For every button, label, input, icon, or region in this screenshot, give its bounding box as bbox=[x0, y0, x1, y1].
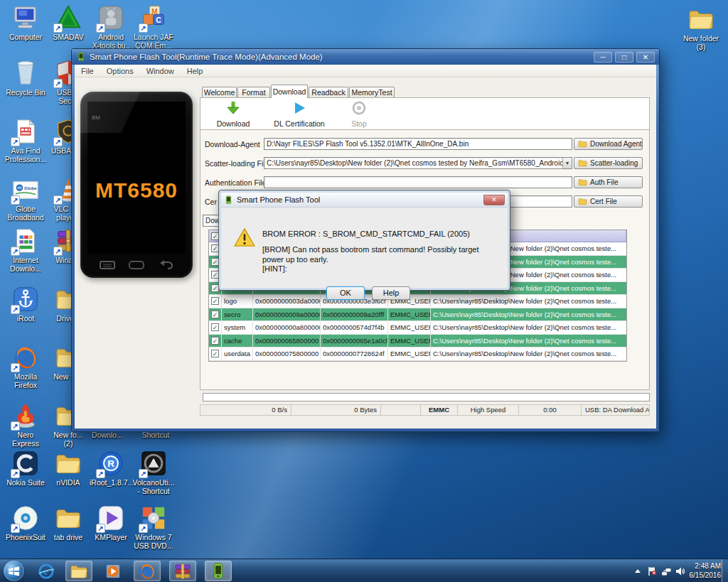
progress-bar bbox=[203, 393, 650, 402]
icon-label: nVIDIA bbox=[47, 478, 90, 487]
help-button[interactable]: Help bbox=[372, 286, 410, 300]
desktop-icon-mozilla-firefox[interactable]: ↗Mozilla Firefox bbox=[4, 344, 47, 390]
dl-certification-toolbar-button[interactable]: DL Certification bbox=[271, 100, 328, 128]
firefox-icon bbox=[138, 562, 156, 581]
cert-file-button[interactable]: Cert File bbox=[574, 195, 643, 208]
cell-end-address: 0x0000000009a20fff bbox=[321, 308, 388, 321]
tab-welcome[interactable]: Welcome bbox=[202, 87, 237, 98]
dialog-close-button[interactable]: ✕ bbox=[483, 195, 505, 205]
desktop-icon-ava-find[interactable]: ↗Ava Find Profession... bbox=[4, 118, 47, 164]
taskbar-item-winrar[interactable] bbox=[169, 561, 196, 581]
taskbar-item-sp-flash-tool[interactable] bbox=[205, 561, 232, 581]
winrar-icon bbox=[173, 562, 192, 581]
action-center-flag-icon[interactable] bbox=[647, 566, 657, 576]
dialog-titlebar[interactable]: Smart Phone Flash Tool ✕ bbox=[221, 193, 508, 208]
desktop-icon-phoenixsuit[interactable]: ↗PhoenixSuit bbox=[4, 505, 47, 541]
ok-button[interactable]: OK bbox=[326, 286, 365, 300]
start-button[interactable] bbox=[4, 561, 24, 581]
cell-begin-address: 0x000000000a800000 bbox=[253, 321, 321, 334]
recycle-bin-icon bbox=[12, 60, 39, 87]
download-agent-input[interactable]: D:\Nayr FILES\SP Flash Tool v5.1352.01\M… bbox=[264, 138, 572, 150]
menu-options[interactable]: Options bbox=[100, 67, 140, 75]
taskbar-item-firefox[interactable] bbox=[134, 561, 161, 581]
desktop-icon-volcano-utility[interactable]: ↗VolcanoUti... - Shortcut bbox=[132, 450, 175, 496]
desktop-icon-new-folder-3[interactable]: New folder (3) bbox=[680, 6, 722, 52]
menu-file[interactable]: File bbox=[75, 67, 100, 75]
tab-download[interactable]: Download bbox=[271, 85, 308, 98]
icon-label: Recycle Bin bbox=[4, 88, 47, 97]
shortcut-arrow-icon: ↗ bbox=[96, 469, 105, 478]
icon-label: New folder (3) bbox=[680, 34, 722, 52]
kmplayer-icon: ↗ bbox=[97, 505, 124, 532]
icon-label: Mozilla Firefox bbox=[4, 372, 47, 390]
table-row-secro[interactable]: ✓secro0x0000000009a000000x0000000009a20f… bbox=[209, 308, 626, 322]
scatter-file-input[interactable]: C:\Users\nayr85\Desktop\New folder (2)\Q… bbox=[264, 157, 572, 169]
row-checkbox[interactable]: ✓ bbox=[209, 335, 222, 347]
desktop-icon-nero-express[interactable]: ↗Nero Express bbox=[4, 402, 47, 448]
desktop-icon-iroot[interactable]: ↗iRoot bbox=[4, 286, 47, 323]
minimize-button[interactable]: ─ bbox=[594, 52, 612, 63]
stop-toolbar-button[interactable]: Stop bbox=[331, 100, 387, 128]
phone-chipset-text: MT6580 bbox=[87, 178, 186, 203]
desktop-icon-windows7-usb-dvd[interactable]: ↗Windows 7 USB DVD... bbox=[132, 505, 175, 551]
desktop-icon-internet-download[interactable]: ↗Internet Downlo... bbox=[4, 227, 47, 274]
taskbar-item-media-player[interactable] bbox=[100, 561, 127, 581]
auth-file-input[interactable] bbox=[264, 176, 572, 188]
menu-window[interactable]: Window bbox=[140, 67, 181, 75]
desktop-icon-android-xtools[interactable]: ↗Android X-tools bu.. bbox=[90, 4, 132, 50]
desktop-icon-kmplayer[interactable]: ↗KMPlayer bbox=[90, 505, 132, 541]
windows-logo-icon bbox=[8, 566, 20, 576]
table-row-cache[interactable]: ✓cache0x0000000658000000x0000000065e1a0c… bbox=[209, 335, 626, 348]
smadav-icon: ↗ bbox=[55, 4, 82, 31]
desktop-icon-globe-broadband[interactable]: Globe↗Globe Broadband bbox=[4, 176, 47, 222]
speaker-icon[interactable] bbox=[675, 566, 685, 576]
desktop-icon-computer[interactable]: Computer bbox=[4, 4, 47, 41]
row-checkbox[interactable]: ✓ bbox=[209, 295, 222, 308]
desktop-icon-nvidia-folder[interactable]: nVIDIA bbox=[47, 450, 90, 487]
tab-memorytest[interactable]: MemoryTest bbox=[349, 87, 395, 98]
table-row-system[interactable]: ✓system0x000000000a8000000x0000000574d7f… bbox=[209, 321, 626, 335]
cert-file-label: Cer bbox=[205, 198, 217, 206]
desktop-icon-iroot-187[interactable]: R↗iRoot_1.8.7... bbox=[90, 450, 132, 487]
tray-expand-icon[interactable] bbox=[633, 566, 643, 576]
network-icon[interactable] bbox=[661, 566, 671, 576]
dropdown-arrow-icon[interactable]: ▼ bbox=[562, 158, 572, 168]
table-row-userdata[interactable]: ✓userdata0x0000000758000000x000000077286… bbox=[209, 347, 626, 361]
taskbar-item-internet-explorer[interactable]: e bbox=[33, 561, 60, 581]
globe-broadband-icon: Globe↗ bbox=[12, 176, 39, 203]
tab-readback[interactable]: Readback bbox=[309, 87, 348, 98]
download-toolbar-button[interactable]: Download bbox=[205, 100, 262, 128]
shortcut-arrow-icon: ↗ bbox=[96, 23, 105, 33]
svg-text:R: R bbox=[107, 458, 114, 469]
maximize-button[interactable]: □ bbox=[615, 52, 633, 63]
desktop-icon-nokia-suite[interactable]: ↗Nokia Suite bbox=[4, 450, 47, 487]
window-titlebar[interactable]: Smart Phone Flash Tool(Runtime Trace Mod… bbox=[72, 49, 659, 65]
desktop-icon-recycle-bin[interactable]: Recycle Bin bbox=[4, 60, 47, 97]
auth-file-button[interactable]: Auth File bbox=[574, 176, 643, 188]
download-agent-button[interactable]: Download Agent bbox=[574, 138, 643, 150]
row-checkbox[interactable]: ✓ bbox=[209, 347, 222, 360]
sp-flash-tool-icon bbox=[209, 562, 228, 581]
desktop-icon-smadav[interactable]: ↗SMADAV bbox=[47, 4, 90, 41]
scatter-loading-button[interactable]: Scatter-loading bbox=[574, 157, 643, 169]
shortcut-arrow-icon: ↗ bbox=[11, 195, 20, 205]
desktop-icon-launch-jaf[interactable]: MC↗Launch JAF COM Em... bbox=[132, 4, 175, 50]
shortcut-arrow-icon: ↗ bbox=[11, 137, 20, 146]
icon-label: Globe Broadband bbox=[4, 205, 47, 222]
new-folder-3-icon bbox=[687, 6, 714, 33]
menu-help[interactable]: Help bbox=[181, 67, 210, 75]
taskbar-item-windows-explorer[interactable] bbox=[65, 561, 92, 581]
row-checkbox[interactable]: ✓ bbox=[209, 308, 222, 321]
tab-drive-folder-icon bbox=[55, 505, 82, 532]
cell-location: C:\Users\nayr85\Desktop\New folder (2)\Q… bbox=[431, 347, 626, 360]
row-checkbox[interactable]: ✓ bbox=[209, 321, 222, 334]
volcano-utility-icon: ↗ bbox=[140, 450, 167, 477]
show-desktop-button[interactable] bbox=[722, 559, 728, 582]
close-button[interactable]: ✕ bbox=[636, 52, 655, 63]
auth-file-label: Authentication File bbox=[205, 178, 266, 187]
cell-location: C:\Users\nayr85\Desktop\New folder (2)\Q… bbox=[431, 321, 626, 334]
tab-format[interactable]: Format bbox=[237, 87, 270, 98]
tray-clock[interactable]: 2:48 AM 6/15/2016 bbox=[690, 562, 722, 580]
desktop-icon-tab-drive-folder[interactable]: tab drive bbox=[47, 505, 90, 541]
table-row-logo[interactable]: ✓logo0x0000000003da00000x0000000003e3f6c… bbox=[209, 295, 626, 308]
